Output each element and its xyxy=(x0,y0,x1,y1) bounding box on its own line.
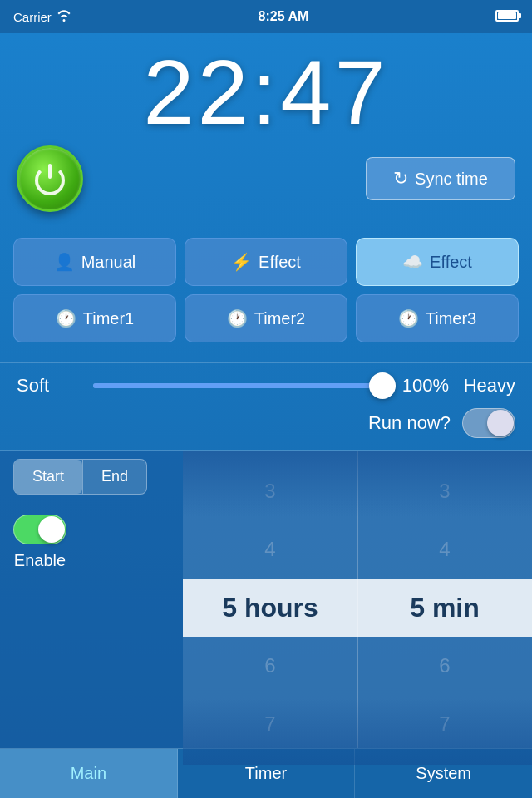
sync-icon: ↻ xyxy=(393,168,408,190)
timer2-label: Timer2 xyxy=(254,309,305,328)
start-button[interactable]: Start xyxy=(14,460,82,494)
clock3-icon: 🕐 xyxy=(398,308,419,328)
intensity-slider[interactable] xyxy=(93,383,392,388)
slider-track xyxy=(93,383,392,388)
hours-picker[interactable]: 3 4 5 hours 6 7 xyxy=(183,451,357,765)
enable-toggle[interactable] xyxy=(13,515,66,544)
effect1-label: Effect xyxy=(259,253,301,272)
user-icon: 👤 xyxy=(54,252,75,272)
timer3-button[interactable]: 🕐 Timer3 xyxy=(356,294,519,342)
main-content: 22:47 ↻ Sync time 👤 Manual ⚡ Effect ☁️ xyxy=(0,33,532,765)
timer1-label: Timer1 xyxy=(83,309,134,328)
minutes-picker[interactable]: 3 4 5 min 6 7 xyxy=(357,451,532,765)
enable-knob xyxy=(38,516,65,543)
timer3-label: Timer3 xyxy=(426,309,476,328)
tab-system[interactable]: System xyxy=(355,749,532,798)
sync-time-button[interactable]: ↻ Sync time xyxy=(366,157,515,200)
timer-section: 22:47 ↻ Sync time xyxy=(0,33,532,224)
effect1-button[interactable]: ⚡ Effect xyxy=(185,238,347,286)
battery-container xyxy=(495,10,519,24)
min-item-7[interactable]: 7 xyxy=(410,695,480,753)
manual-label: Manual xyxy=(81,253,136,272)
hour-item-7[interactable]: 7 xyxy=(222,695,318,753)
min-item-6[interactable]: 6 xyxy=(410,637,480,695)
wifi-icon xyxy=(57,10,71,24)
clock-display: 8:25 AM xyxy=(259,9,309,24)
mode-row-1: 👤 Manual ⚡ Effect ☁️ Effect xyxy=(13,238,519,286)
lightning-icon: ⚡ xyxy=(231,252,252,272)
tab-main[interactable]: Main xyxy=(0,749,178,798)
tab-bar: Main Timer System xyxy=(0,748,532,798)
tab-timer-label: Timer xyxy=(245,764,287,783)
clock2-icon: 🕐 xyxy=(227,308,248,328)
start-end-toggle[interactable]: Start End xyxy=(13,459,147,495)
effect2-button[interactable]: ☁️ Effect xyxy=(356,238,519,286)
min-item-5[interactable]: 5 min xyxy=(410,579,480,637)
end-label: End xyxy=(101,468,128,485)
carrier-info: Carrier xyxy=(13,10,71,24)
min-item-3[interactable]: 3 xyxy=(410,462,480,520)
timer-display: 22:47 xyxy=(143,42,388,142)
battery-icon xyxy=(495,10,519,22)
hour-item-3[interactable]: 3 xyxy=(222,462,318,520)
tab-main-label: Main xyxy=(71,764,106,783)
cloud-icon: ☁️ xyxy=(402,252,423,272)
timer1-button[interactable]: 🕐 Timer1 xyxy=(13,294,176,342)
status-bar: Carrier 8:25 AM xyxy=(0,0,532,33)
power-icon xyxy=(35,164,65,194)
run-now-row: Run now? xyxy=(13,408,519,438)
picker-area[interactable]: 3 4 5 hours 6 7 3 4 5 min 6 7 xyxy=(183,451,532,765)
mode-row-2: 🕐 Timer1 🕐 Timer2 🕐 Timer3 xyxy=(13,294,519,342)
manual-button[interactable]: 👤 Manual xyxy=(13,238,176,286)
tab-system-label: System xyxy=(416,764,471,783)
carrier-label: Carrier xyxy=(13,10,52,24)
hours-items: 3 4 5 hours 6 7 xyxy=(222,462,318,753)
sync-label: Sync time xyxy=(415,170,488,189)
run-now-label: Run now? xyxy=(368,412,451,434)
start-label: Start xyxy=(32,468,64,485)
minutes-items: 3 4 5 min 6 7 xyxy=(410,462,480,753)
soft-label: Soft xyxy=(17,375,83,397)
slider-thumb[interactable] xyxy=(369,372,396,399)
enable-label: Enable xyxy=(14,551,66,570)
hour-item-5[interactable]: 5 hours xyxy=(222,579,318,637)
tab-timer[interactable]: Timer xyxy=(178,749,356,798)
soft-heavy-row: Soft 100% Heavy xyxy=(13,375,519,397)
percent-value: 100% xyxy=(402,375,449,397)
power-button[interactable] xyxy=(17,145,83,212)
timer-left-panel: Start End Enable xyxy=(0,451,183,765)
hour-item-4[interactable]: 4 xyxy=(222,520,318,579)
timer2-button[interactable]: 🕐 Timer2 xyxy=(185,294,347,342)
min-item-4[interactable]: 4 xyxy=(410,520,480,579)
timer-config: Start End Enable 3 xyxy=(0,451,532,765)
enable-section: Enable xyxy=(13,515,66,570)
timer-controls: ↻ Sync time xyxy=(17,145,515,212)
heavy-label: Heavy xyxy=(449,375,515,397)
run-now-toggle[interactable] xyxy=(462,408,515,438)
clock1-icon: 🕐 xyxy=(56,308,76,328)
effect2-label: Effect xyxy=(430,253,472,272)
mode-section: 👤 Manual ⚡ Effect ☁️ Effect 🕐 Timer1 🕐 T… xyxy=(0,224,532,363)
hour-item-6[interactable]: 6 xyxy=(222,637,318,695)
end-button[interactable]: End xyxy=(83,460,146,494)
effect-section: Soft 100% Heavy Run now? xyxy=(0,363,532,451)
toggle-knob xyxy=(487,410,514,436)
